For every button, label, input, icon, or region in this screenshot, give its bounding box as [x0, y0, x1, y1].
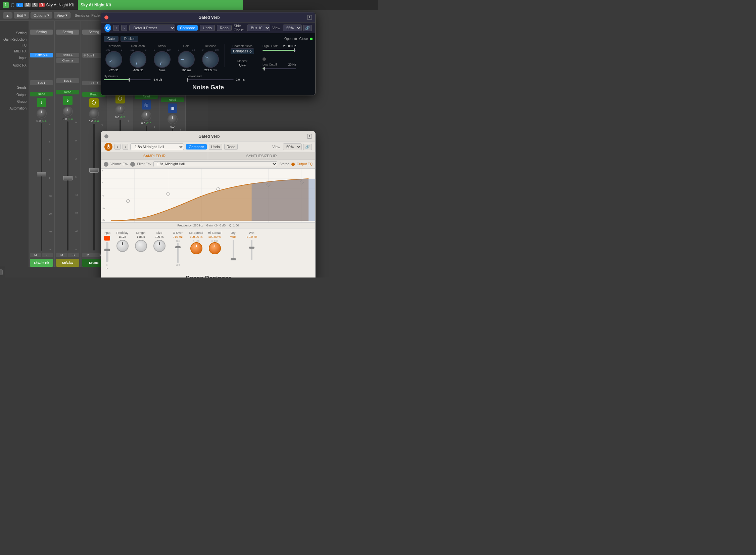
ch1-solo-btn[interactable]: S [42, 253, 53, 257]
ch3-mute-btn[interactable]: M [82, 253, 94, 257]
progress-label: Sky At [81, 3, 93, 7]
sd-tab-sampled[interactable]: SAMPLED IR [101, 152, 208, 160]
ng-sidechain-select[interactable]: Bus 10 [247, 25, 270, 31]
ng-attack-knob[interactable] [151, 49, 173, 70]
options-button[interactable]: Options ▾ [31, 12, 52, 18]
sd-length-knob[interactable] [135, 240, 147, 252]
sd-size-knob[interactable] [153, 240, 166, 252]
ng-link-button[interactable]: 🔗 [303, 25, 312, 31]
sd-output-eq-toggle[interactable] [291, 163, 295, 166]
ng-tab-gate[interactable]: Gate [104, 36, 119, 42]
sd-frequency-graph[interactable]: 6 0 -6 -12 -20 [101, 169, 315, 222]
ch2-output[interactable]: Bus 1 [56, 78, 79, 83]
sd-link-button[interactable]: 🔗 [303, 144, 312, 150]
ch2-pan-knob[interactable] [63, 106, 73, 117]
ng-lookahead-slider[interactable] [187, 79, 234, 80]
ng-char-value[interactable]: Bandpass ◇ [231, 48, 254, 54]
ch1-mute-btn[interactable]: M [30, 253, 41, 257]
ng-preset-select[interactable]: Default Preset [129, 25, 176, 31]
ng-compare-button[interactable]: Compare [177, 25, 198, 31]
sd-dry-track[interactable] [233, 240, 234, 260]
ng-tab-ducker[interactable]: Ducker [121, 36, 139, 42]
sd-wet-track[interactable] [251, 240, 252, 260]
ng-undo-button[interactable]: Undo [200, 25, 215, 31]
sd-compare-button[interactable]: Compare [186, 144, 206, 150]
ch5-pan-knob[interactable] [141, 111, 151, 121]
sd-lo-spread-knob[interactable] [190, 242, 202, 254]
ng-threshold-knob[interactable] [102, 48, 125, 71]
sd-power-button[interactable]: ⏻ [104, 143, 112, 151]
ng-view-select[interactable]: 55% [283, 25, 302, 31]
power-button[interactable]: ⏻ [16, 3, 23, 7]
sd-redo-button[interactable]: Redo [224, 144, 238, 150]
ch3-pan-knob[interactable] [89, 109, 99, 119]
sd-preset-select[interactable]: 1.8s Midnight Hall [130, 143, 184, 150]
ch6-pan-knob[interactable] [168, 114, 178, 124]
ng-view-label: View: [272, 26, 281, 30]
ng-hysteresis-group: Hysteresis -3.0 dB [104, 75, 162, 81]
ch1-fader-thumb[interactable] [37, 172, 46, 176]
ng-hold-knob[interactable] [178, 51, 195, 68]
sd-predelay-knob[interactable] [116, 240, 129, 252]
ng-release-knob[interactable] [199, 48, 222, 71]
ch1-fader-track[interactable]: 6036102040∞ [30, 123, 53, 251]
ng-power-button[interactable]: ⏻ [104, 24, 111, 32]
ch2-audiofx[interactable]: Chroma [56, 58, 79, 63]
sd-close-button[interactable] [104, 134, 108, 138]
ch2-db-row: 0.0 -6.4 [56, 117, 79, 121]
sd-tab-synthesized[interactable]: SYNTHESIZED IR [208, 152, 315, 160]
ch3-fader-thumb[interactable] [89, 168, 99, 173]
ch4-pan-knob[interactable] [115, 105, 125, 115]
ch1-input[interactable]: Battery 4 [30, 53, 53, 57]
sd-next-button[interactable]: › [123, 144, 129, 150]
sd-view-select[interactable]: 50% [283, 143, 302, 150]
ch1-automation[interactable]: Read [30, 92, 53, 96]
view-button[interactable]: View ▾ [54, 12, 71, 18]
ch2-mute-btn[interactable]: M [56, 253, 67, 257]
ng-redo-button[interactable]: Redo [217, 25, 232, 31]
ch2-setting[interactable]: Setting [56, 30, 79, 35]
plus-button[interactable]: + [0, 269, 3, 275]
ng-reduction-knob[interactable] [127, 49, 149, 70]
up-arrow-button[interactable]: ▲ [3, 12, 12, 18]
eq-label: EQ [0, 42, 29, 48]
sd-vol-env-toggle[interactable] [104, 162, 108, 167]
sd-expand-button[interactable]: ⬆ [307, 134, 312, 139]
sd-ir-tabs: SAMPLED IR SYNTHESIZED IR [101, 152, 315, 160]
mute-button[interactable]: M [25, 3, 31, 7]
sd-prev-button[interactable]: ‹ [114, 144, 121, 150]
solo-button[interactable]: S [32, 3, 38, 7]
ch1-name-bar[interactable]: Sky...ht Kit [30, 259, 53, 267]
ch2-fader-track[interactable]: 6036102040∞ [56, 121, 79, 251]
ng-close-button[interactable] [104, 15, 108, 19]
sd-xover-track[interactable] [177, 243, 179, 263]
sd-ir-file-select[interactable]: 1.8s_Midnight Hall [153, 161, 278, 167]
sd-y-label-12: -12 [102, 207, 105, 209]
ng-hysteresis-slider[interactable] [104, 79, 151, 80]
ng-close-label: Close [299, 37, 308, 41]
ch2-name-bar[interactable]: Sn/Clap [56, 259, 79, 267]
ng-power-dot[interactable] [263, 57, 266, 61]
ng-expand-button[interactable]: ⬆ [307, 15, 312, 20]
sd-input-red-btn[interactable] [104, 236, 110, 241]
ch1-setting[interactable]: Setting [30, 30, 53, 35]
ch1-pan-knob[interactable] [37, 109, 47, 119]
ch2-solo-btn[interactable]: S [68, 253, 80, 257]
sd-hi-spread-knob[interactable] [209, 242, 221, 254]
edit-button[interactable]: Edit ▾ [14, 12, 29, 18]
sd-filter-env-toggle[interactable] [130, 162, 135, 167]
ch2-fader-thumb[interactable] [63, 176, 73, 180]
ng-next-button[interactable]: › [121, 25, 127, 31]
ng-low-cutoff-slider[interactable] [263, 68, 296, 69]
sd-input-slider[interactable] [106, 242, 108, 262]
ng-high-cutoff-slider[interactable] [263, 50, 296, 51]
sd-toolbar: ⏻ ‹ › 1.8s Midnight Hall Compare Undo Re… [101, 141, 315, 152]
ch2-automation[interactable]: Read [56, 90, 79, 94]
ch2-input[interactable]: Batt3-4 [56, 53, 79, 57]
sd-undo-button[interactable]: Undo [209, 144, 222, 150]
ch6-automation[interactable]: Read [161, 97, 184, 102]
ng-prev-button[interactable]: ‹ [113, 25, 119, 31]
record-button[interactable]: R [39, 3, 45, 7]
ng-bottom-row: Hysteresis -3.0 dB Lookahead [104, 75, 313, 81]
ch1-output[interactable]: Bus 1 [30, 80, 53, 85]
